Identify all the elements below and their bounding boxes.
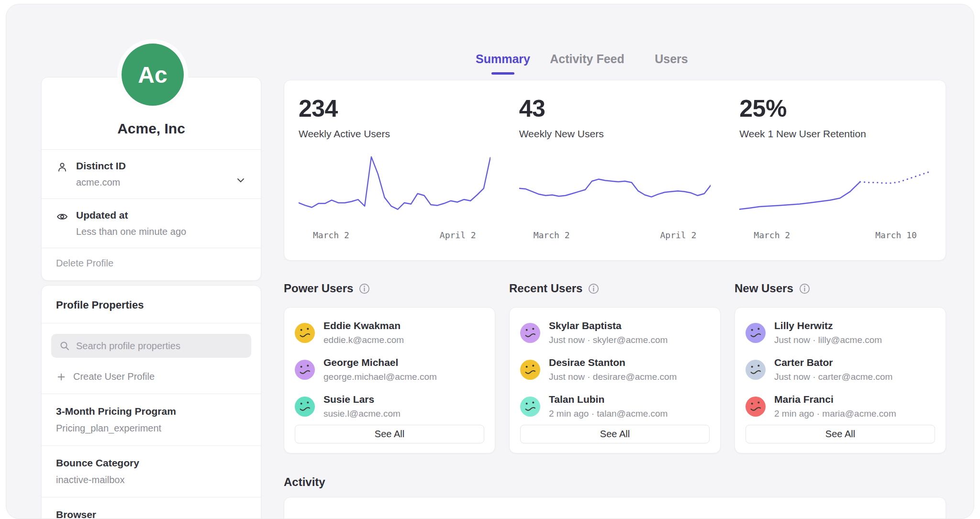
user-list-item[interactable]: Maria Franci 2 min ago · maria@acme.com (735, 388, 946, 425)
section-title-recent-users: Recent Users (509, 282, 721, 295)
user-name: Talan Lubin (549, 394, 668, 405)
org-avatar: Ac (122, 44, 184, 106)
stat-weekly-active-users: 234 Weekly Active Users March 2 April 2 (284, 80, 505, 260)
tab-summary[interactable]: Summary (461, 52, 545, 75)
property-row[interactable]: 3-Month Pricing Program Pricing_plan_exp… (42, 394, 261, 445)
user-list-item[interactable]: Carter Bator Just now · carter@acme.com (735, 351, 946, 388)
user-list-item[interactable]: Desirae Stanton Just now · desirare@acme… (510, 351, 720, 388)
user-list-item[interactable]: Eddie Kwakman eddie.k@acme.com (284, 314, 495, 351)
see-all-button[interactable]: See All (295, 425, 484, 443)
stat-value: 234 (299, 95, 490, 122)
avatar (295, 397, 315, 417)
field-label: Updated at (76, 210, 246, 221)
user-subtitle: 2 min ago · talan@acme.com (549, 409, 668, 419)
activity-stat: 3.4k (725, 497, 946, 519)
org-avatar-initials: Ac (138, 62, 167, 88)
user-name: Maria Franci (774, 394, 896, 405)
user-cards-row: Eddie Kwakman eddie.k@acme.com George Mi… (284, 307, 946, 453)
activity-section-title: Activity (284, 475, 325, 489)
avatar (746, 397, 766, 417)
avatar (746, 360, 766, 380)
activity-stat: 240 (505, 497, 725, 519)
create-user-profile-button[interactable]: Create User Profile (42, 363, 261, 394)
stat-label: Week 1 New User Retention (739, 128, 931, 140)
user-subtitle: 2 min ago · maria@acme.com (774, 409, 896, 419)
weekly-active-users-sparkline (299, 155, 490, 224)
screen: Ac Acme, Inc Distinct ID acme.com (0, 0, 980, 519)
user-list-item[interactable]: Lilly Herwitz Just now · lilly@acme.com (735, 314, 946, 351)
profile-properties-search-section (42, 323, 261, 363)
profile-field-distinct-id: Distinct ID acme.com (42, 149, 261, 199)
user-name: Skylar Baptista (549, 320, 668, 331)
main-tabs: Summary Activity Feed Users (461, 52, 713, 75)
x-tick-end: March 10 (875, 230, 917, 240)
user-list-item[interactable]: George Michael george.michael@acme.com (284, 351, 495, 388)
x-tick-start: March 2 (313, 230, 349, 240)
profile-properties-card: Profile Properties Create User Profile 3 (41, 285, 261, 519)
person-icon (56, 161, 68, 174)
tab-activity-feed[interactable]: Activity Feed (545, 52, 629, 75)
eye-icon (56, 210, 68, 223)
user-list-item[interactable]: Talan Lubin 2 min ago · talan@acme.com (510, 388, 720, 425)
avatar (295, 323, 315, 343)
profile-properties-title: Profile Properties (42, 286, 261, 323)
user-section-headers: Power Users Recent Users New Users (284, 282, 946, 295)
profile-card: Acme, Inc Distinct ID acme.com Update (41, 77, 261, 281)
plus-icon (56, 372, 67, 382)
x-tick-start: March 2 (534, 230, 570, 240)
section-title-text: Power Users (284, 282, 353, 295)
user-subtitle: eddie.k@acme.com (323, 335, 404, 345)
section-title-power-users: Power Users (284, 282, 495, 295)
stat-label: Weekly Active Users (299, 128, 490, 140)
power-users-card: Eddie Kwakman eddie.k@acme.com George Mi… (284, 307, 495, 453)
search-icon (59, 340, 70, 352)
x-tick-end: April 2 (440, 230, 476, 240)
delete-profile-button[interactable]: Delete Profile (42, 248, 261, 280)
user-subtitle: Just now · desirare@acme.com (549, 372, 677, 382)
field-value: Less than one minute ago (76, 226, 246, 237)
stat-value: 25% (739, 95, 931, 122)
week1-retention-sparkline (739, 155, 931, 224)
avatar (520, 360, 540, 380)
tab-users[interactable]: Users (629, 52, 713, 75)
chevron-down-icon[interactable] (235, 175, 246, 186)
user-name: Susie Lars (323, 394, 401, 405)
section-title-text: New Users (735, 282, 793, 295)
property-value: Pricing_plan_experiment (56, 423, 246, 434)
field-value: acme.com (76, 177, 246, 188)
see-all-button[interactable]: See All (520, 425, 710, 443)
field-label: Distinct ID (76, 160, 246, 172)
avatar (295, 360, 315, 380)
profile-name: Acme, Inc (117, 121, 185, 137)
property-row[interactable]: Browser Chrome (42, 497, 261, 519)
stat-weekly-new-users: 43 Weekly New Users March 2 April 2 (505, 80, 725, 260)
user-list-item[interactable]: Skylar Baptista Just now · skyler@acme.c… (510, 314, 720, 351)
info-icon[interactable] (588, 283, 599, 294)
search-profile-properties-input[interactable] (51, 334, 251, 358)
user-subtitle: susie.l@acme.com (323, 409, 401, 419)
section-title-text: Recent Users (509, 282, 582, 295)
property-row[interactable]: Bounce Category inactive-mailbox (42, 445, 261, 497)
user-subtitle: Just now · lilly@acme.com (774, 335, 882, 345)
user-subtitle: Just now · carter@acme.com (774, 372, 892, 382)
activity-card: 234 240 3.4k (284, 497, 946, 519)
x-tick-start: March 2 (754, 230, 790, 240)
see-all-button[interactable]: See All (746, 425, 935, 443)
property-label: Browser (56, 509, 246, 519)
user-name: George Michael (323, 357, 437, 368)
stat-week1-retention: 25% Week 1 New User Retention March 2 Ma… (725, 80, 946, 260)
weekly-new-users-sparkline (519, 155, 711, 224)
user-name: Lilly Herwitz (774, 320, 882, 331)
avatar (520, 397, 540, 417)
info-icon[interactable] (359, 283, 370, 294)
property-label: Bounce Category (56, 457, 246, 469)
user-name: Eddie Kwakman (323, 320, 404, 331)
user-subtitle: george.michael@acme.com (323, 372, 437, 382)
avatar (746, 323, 766, 343)
user-list-item[interactable]: Susie Lars susie.l@acme.com (284, 388, 495, 425)
stat-value: 43 (519, 95, 711, 122)
new-users-card: Lilly Herwitz Just now · lilly@acme.com … (735, 307, 946, 453)
profile-field-updated-at: Updated at Less than one minute ago (42, 199, 261, 248)
activity-stat: 234 (284, 497, 505, 519)
info-icon[interactable] (799, 283, 810, 294)
